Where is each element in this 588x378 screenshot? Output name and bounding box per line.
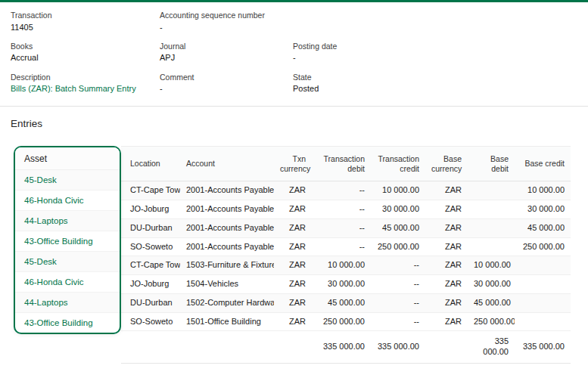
cell-txn-credit: 10 000.00 bbox=[371, 181, 425, 200]
cell-base-debit: 10 000.00 bbox=[468, 256, 515, 275]
cell-account: 2001-Accounts Payable bbox=[180, 200, 274, 219]
cell-location: SO-Soweto bbox=[121, 312, 180, 331]
entries-table-row: DU-Durban1502-Computer HardwareZAR45 000… bbox=[121, 293, 571, 312]
column-header-location: Location bbox=[121, 147, 180, 181]
cell-account: 1504-Vehicles bbox=[180, 275, 274, 294]
cell-txn-currency: ZAR bbox=[274, 256, 312, 275]
entries-table-row: CT-Cape Town1503-Furniture & FixturesZAR… bbox=[121, 256, 571, 275]
field-accounting-sequence-number: Accounting sequence number - bbox=[160, 11, 293, 33]
column-header-account: Account bbox=[180, 147, 274, 181]
field-journal: Journal APJ bbox=[160, 42, 293, 64]
cell-base-currency: ZAR bbox=[425, 312, 468, 331]
totals-transaction-debit: 335 000.00 bbox=[312, 331, 371, 364]
cell-txn-credit: -- bbox=[371, 275, 425, 294]
entries-table-row: CT-Cape Town2001-Accounts PayableZAR--10… bbox=[121, 181, 571, 200]
asset-link[interactable]: 44-Laptops bbox=[15, 211, 120, 231]
field-label: Accounting sequence number bbox=[160, 11, 293, 20]
asset-link[interactable]: 46-Honda Civic bbox=[15, 191, 120, 211]
cell-txn-credit: -- bbox=[371, 256, 425, 275]
cell-base-credit bbox=[515, 293, 571, 312]
field-value: - bbox=[160, 84, 293, 94]
cell-txn-debit: -- bbox=[312, 218, 371, 237]
cell-base-debit: 250 000.00 bbox=[468, 312, 515, 331]
cell-account: 2001-Accounts Payable bbox=[180, 181, 274, 200]
cell-base-debit bbox=[468, 237, 515, 256]
cell-base-currency: ZAR bbox=[425, 181, 468, 200]
field-label: Posting date bbox=[293, 42, 577, 51]
totals-transaction-credit: 335 000.00 bbox=[371, 331, 425, 364]
cell-txn-debit: 45 000.00 bbox=[312, 293, 371, 312]
cell-txn-currency: ZAR bbox=[274, 218, 312, 237]
cell-account: 2001-Accounts Payable bbox=[180, 237, 274, 256]
field-transaction: Transaction 11405 bbox=[11, 11, 160, 33]
cell-base-currency: ZAR bbox=[425, 275, 468, 294]
totals-cell-location bbox=[121, 331, 180, 364]
entries-section: Asset 45-Desk46-Honda Civic44-Laptops43-… bbox=[0, 146, 588, 373]
cell-base-debit bbox=[468, 200, 515, 219]
field-label: Journal bbox=[160, 42, 293, 51]
totals-base-debit: 335 000.00 bbox=[468, 331, 515, 364]
cell-txn-credit: -- bbox=[371, 312, 425, 331]
entries-table-header: Location Account Txn currency Transactio… bbox=[121, 147, 571, 181]
entries-table-row: SO-Soweto1501-Office BuildingZAR250 000.… bbox=[121, 312, 571, 331]
totals-row: 335 000.00 335 000.00 335 000.00 335 000… bbox=[121, 331, 571, 364]
state-value: Posted bbox=[293, 84, 577, 94]
field-value: 11405 bbox=[11, 23, 160, 33]
cell-txn-currency: ZAR bbox=[274, 293, 312, 312]
cell-base-credit: 10 000.00 bbox=[515, 181, 571, 200]
field-label: Books bbox=[11, 42, 160, 51]
field-label: Description bbox=[11, 73, 160, 82]
totals-cell-base-currency bbox=[425, 331, 468, 364]
cell-base-currency: ZAR bbox=[425, 218, 468, 237]
cell-txn-credit: 45 000.00 bbox=[371, 218, 425, 237]
column-header-base-credit: Base credit bbox=[515, 147, 571, 181]
field-value: - bbox=[160, 23, 293, 33]
column-header-base-currency: Base currency bbox=[425, 147, 468, 181]
cell-account: 1501-Office Building bbox=[180, 312, 274, 331]
field-label: Comment bbox=[160, 73, 293, 82]
column-header-transaction-debit: Transaction debit bbox=[312, 147, 371, 181]
field-value: APJ bbox=[160, 53, 293, 63]
field-comment: Comment - bbox=[160, 73, 293, 94]
cell-txn-currency: ZAR bbox=[274, 181, 312, 200]
cell-txn-debit: -- bbox=[312, 237, 371, 256]
entries-table-row: JO-Joburg1504-VehiclesZAR30 000.00--ZAR3… bbox=[121, 275, 571, 294]
cell-txn-debit: 250 000.00 bbox=[312, 312, 371, 331]
field-value: Accrual bbox=[11, 53, 160, 63]
cell-txn-debit: 10 000.00 bbox=[312, 256, 371, 275]
totals-cell-account bbox=[180, 331, 274, 364]
column-header-txn-currency: Txn currency bbox=[274, 147, 312, 181]
asset-link[interactable]: 45-Desk bbox=[15, 252, 120, 272]
cell-txn-currency: ZAR bbox=[274, 275, 312, 294]
asset-link[interactable]: 46-Honda Civic bbox=[15, 272, 120, 293]
asset-link[interactable]: 45-Desk bbox=[15, 170, 120, 191]
cell-txn-debit: -- bbox=[312, 200, 371, 219]
cell-location: JO-Joburg bbox=[121, 200, 180, 219]
column-header-base-debit: Base debit bbox=[468, 147, 515, 181]
cell-txn-currency: ZAR bbox=[274, 200, 312, 219]
field-description: Description Bills (ZAR): Batch Summary E… bbox=[11, 73, 160, 94]
asset-column-highlight: Asset 45-Desk46-Honda Civic44-Laptops43-… bbox=[14, 146, 121, 334]
asset-link[interactable]: 44-Laptops bbox=[15, 293, 120, 313]
cell-location: SO-Soweto bbox=[121, 237, 180, 256]
entries-table-row: SO-Soweto2001-Accounts PayableZAR--250 0… bbox=[121, 237, 571, 256]
description-link[interactable]: Bills (ZAR): Batch Summary Entry bbox=[11, 84, 160, 94]
cell-location: DU-Durban bbox=[121, 293, 180, 312]
cell-txn-credit: -- bbox=[371, 293, 425, 312]
totals-cell-txn-currency bbox=[274, 331, 312, 364]
cell-base-debit: 45 000.00 bbox=[468, 293, 515, 312]
field-state: State Posted bbox=[293, 73, 577, 94]
totals-base-credit: 335 000.00 bbox=[515, 331, 571, 364]
entries-title: Entries bbox=[11, 118, 577, 129]
cell-txn-debit: 30 000.00 bbox=[312, 275, 371, 294]
cell-base-currency: ZAR bbox=[425, 293, 468, 312]
cell-base-currency: ZAR bbox=[425, 200, 468, 219]
asset-list: 45-Desk46-Honda Civic44-Laptops43-Office… bbox=[15, 170, 120, 333]
asset-link[interactable]: 43-Office Building bbox=[15, 313, 120, 333]
cell-txn-credit: 30 000.00 bbox=[371, 200, 425, 219]
asset-link[interactable]: 43-Office Building bbox=[15, 231, 120, 252]
field-books: Books Accrual bbox=[11, 42, 160, 64]
entries-table: Location Account Txn currency Transactio… bbox=[121, 146, 571, 364]
cell-location: DU-Durban bbox=[121, 218, 180, 237]
cell-txn-credit: 250 000.00 bbox=[371, 237, 425, 256]
